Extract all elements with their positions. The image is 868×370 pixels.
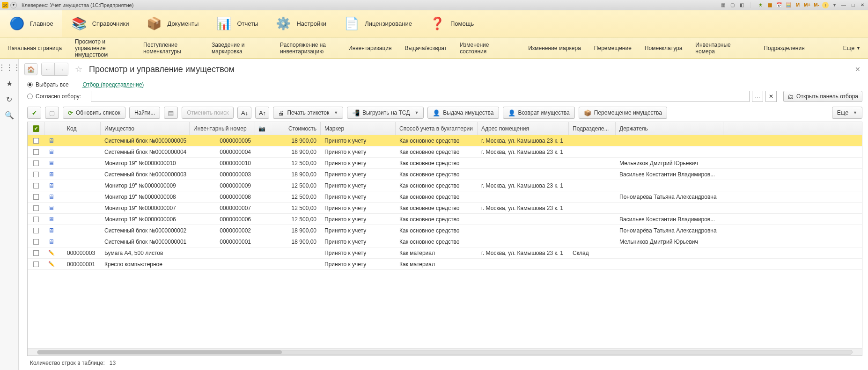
select-all-radio[interactable]: Выбрать все bbox=[27, 81, 69, 88]
cancel-search-button[interactable]: Отменить поиск bbox=[182, 107, 234, 119]
table-row[interactable]: 🖥Системный блок №0000000005000000000518 … bbox=[28, 135, 862, 146]
titlebar-dropdown[interactable]: ▾ bbox=[10, 2, 17, 8]
subnav-item-12[interactable]: Подразделения bbox=[761, 42, 807, 54]
star-icon[interactable]: ★ bbox=[5, 79, 14, 88]
horizontal-scrollbar[interactable] bbox=[28, 348, 862, 355]
more-actions-button[interactable]: Еще▼ bbox=[832, 107, 862, 119]
table-row[interactable]: 🖥Системный блок №0000000003000000000318 … bbox=[28, 169, 862, 180]
subnav-item-0[interactable]: Начальная страница bbox=[5, 42, 65, 54]
row-checkbox[interactable] bbox=[33, 250, 39, 256]
list-settings-button[interactable]: ▤ bbox=[164, 107, 178, 119]
filter-representation-link[interactable]: Отбор (представление) bbox=[83, 81, 144, 88]
row-checkbox[interactable] bbox=[33, 239, 39, 245]
upload-tsd-button[interactable]: 📲Выгрузить на ТСД▼ bbox=[347, 107, 424, 119]
table-row[interactable]: ✏️000000003Бумага А4, 500 листовПринято … bbox=[28, 247, 862, 259]
subnav-item-6[interactable]: Выдача/возврат bbox=[402, 42, 450, 54]
table-row[interactable]: 🖥Монитор 19" №0000000009000000000912 500… bbox=[28, 180, 862, 191]
back-button[interactable]: ← bbox=[42, 63, 55, 75]
find-button[interactable]: Найти... bbox=[129, 107, 160, 119]
subnav-item-8[interactable]: Изменение маркера bbox=[525, 42, 584, 54]
col-checkbox[interactable]: ✔ bbox=[28, 122, 44, 135]
ribbon-item-2[interactable]: 📦Документы bbox=[137, 10, 207, 37]
subnav-item-9[interactable]: Перемещение bbox=[591, 42, 634, 54]
favorite-toggle[interactable]: ☆ bbox=[75, 64, 82, 74]
toolbar-icon-4[interactable]: ▦ bbox=[766, 2, 773, 8]
sort-desc-button[interactable]: A↑ bbox=[255, 107, 269, 119]
print-labels-button[interactable]: 🖨Печать этикеток▼ bbox=[273, 107, 343, 119]
table-row[interactable]: 🖥Монитор 19" №0000000007000000000712 500… bbox=[28, 203, 862, 214]
subnav-item-5[interactable]: Инвентаризация bbox=[346, 42, 394, 54]
m-button[interactable]: M bbox=[794, 2, 802, 8]
table-row[interactable]: 🖥Системный блок №0000000004000000000418 … bbox=[28, 146, 862, 158]
row-checkbox[interactable] bbox=[33, 172, 39, 177]
row-checkbox[interactable] bbox=[33, 217, 39, 222]
info-dropdown[interactable]: ▾ bbox=[831, 2, 838, 8]
col-code[interactable]: Код bbox=[63, 122, 101, 135]
m-plus-button[interactable]: M+ bbox=[803, 2, 811, 8]
row-checkbox[interactable] bbox=[33, 261, 39, 267]
favorites-icon[interactable]: ★ bbox=[757, 2, 764, 8]
calendar-icon[interactable]: 📅 bbox=[775, 2, 783, 8]
table-body[interactable]: 🖥Системный блок №0000000005000000000518 … bbox=[28, 135, 862, 348]
close-button[interactable]: ✕ bbox=[859, 2, 866, 8]
table-row[interactable]: 🖥Системный блок №0000000002000000000218 … bbox=[28, 225, 862, 236]
calculator-icon[interactable]: 🧮 bbox=[785, 2, 792, 8]
row-checkbox[interactable] bbox=[33, 194, 39, 200]
table-row[interactable]: 🖥Монитор 19" №0000000010000000001012 500… bbox=[28, 158, 862, 169]
filter-clear-button[interactable]: ✕ bbox=[765, 91, 777, 102]
table-row[interactable]: ✏️000000001Кресло компьютерноеПринято к … bbox=[28, 259, 862, 270]
col-address[interactable]: Адрес помещения bbox=[478, 122, 569, 135]
filter-picker-button[interactable]: … bbox=[752, 91, 763, 102]
m-minus-button[interactable]: M- bbox=[813, 2, 820, 8]
refresh-button[interactable]: ⟳Обновить список bbox=[63, 107, 125, 119]
return-button[interactable]: 👤Возврат имущества bbox=[503, 107, 575, 119]
forward-button[interactable]: → bbox=[55, 63, 68, 75]
by-filter-radio[interactable]: Согласно отбору: bbox=[27, 93, 88, 100]
col-photo[interactable]: 📷 bbox=[255, 122, 269, 135]
grid-icon[interactable]: ⋮⋮⋮ bbox=[5, 63, 14, 72]
open-filter-panel-button[interactable]: 🗂 Открыть панель отбора bbox=[783, 91, 862, 102]
subnav-more[interactable]: Еще▼ bbox=[840, 42, 863, 54]
col-cost[interactable]: Стоимость bbox=[269, 122, 321, 135]
row-checkbox[interactable] bbox=[33, 228, 39, 233]
toolbar-icon-3[interactable]: ◧ bbox=[738, 2, 745, 8]
row-checkbox[interactable] bbox=[33, 205, 39, 211]
table-row[interactable]: 🖥Системный блок №0000000001000000000118 … bbox=[28, 236, 862, 247]
subnav-item-4[interactable]: Распоряжение на инвентаризацию bbox=[277, 39, 338, 58]
uncheck-all-button[interactable]: ▢ bbox=[45, 107, 59, 119]
maximize-button[interactable]: ◻ bbox=[849, 2, 857, 8]
subnav-item-7[interactable]: Изменение состояния bbox=[457, 39, 518, 58]
ribbon-item-3[interactable]: 📊Отчеты bbox=[207, 10, 266, 37]
col-marker[interactable]: Маркер bbox=[321, 122, 396, 135]
row-checkbox[interactable] bbox=[33, 160, 39, 166]
subnav-item-10[interactable]: Номенклатура bbox=[642, 42, 685, 54]
minimize-button[interactable]: — bbox=[840, 2, 847, 8]
close-page-button[interactable]: ✕ bbox=[853, 64, 862, 75]
col-icon[interactable] bbox=[44, 122, 63, 135]
table-row[interactable]: 🖥Монитор 19" №0000000008000000000812 500… bbox=[28, 191, 862, 203]
toolbar-icon-2[interactable]: ▢ bbox=[728, 2, 736, 8]
ribbon-item-1[interactable]: 📚Справочники bbox=[62, 10, 138, 37]
move-button[interactable]: 📦Перемещение имущества bbox=[579, 107, 667, 119]
issue-button[interactable]: 👤Выдача имущества bbox=[427, 107, 499, 119]
ribbon-item-0[interactable]: 🔵Главное bbox=[0, 10, 62, 37]
subnav-item-1[interactable]: Просмотр и управление имуществом bbox=[72, 36, 133, 61]
subnav-item-3[interactable]: Заведение и маркировка bbox=[209, 39, 270, 58]
col-accounting[interactable]: Способ учета в бухгалтерии bbox=[396, 122, 478, 135]
check-all-button[interactable]: ✔ bbox=[27, 107, 41, 119]
info-icon[interactable]: i bbox=[822, 2, 829, 8]
ribbon-item-6[interactable]: ❓Помощь bbox=[420, 10, 482, 37]
search-icon[interactable]: 🔍 bbox=[5, 110, 14, 120]
home-button[interactable]: 🏠 bbox=[24, 63, 37, 75]
col-name[interactable]: Имущество bbox=[101, 122, 190, 135]
col-department[interactable]: Подразделе... bbox=[569, 122, 616, 135]
row-checkbox[interactable] bbox=[33, 149, 39, 155]
history-icon[interactable]: ↻ bbox=[5, 94, 14, 104]
sort-asc-button[interactable]: A↓ bbox=[237, 107, 251, 119]
table-row[interactable]: 🖥Монитор 19" №0000000006000000000612 500… bbox=[28, 214, 862, 225]
ribbon-item-4[interactable]: ⚙️Настройки bbox=[266, 10, 335, 37]
subnav-item-11[interactable]: Инвентарные номера bbox=[692, 39, 753, 58]
row-checkbox[interactable] bbox=[33, 183, 39, 189]
row-checkbox[interactable] bbox=[33, 138, 39, 144]
subnav-item-2[interactable]: Поступление номенклатуры bbox=[140, 39, 201, 58]
